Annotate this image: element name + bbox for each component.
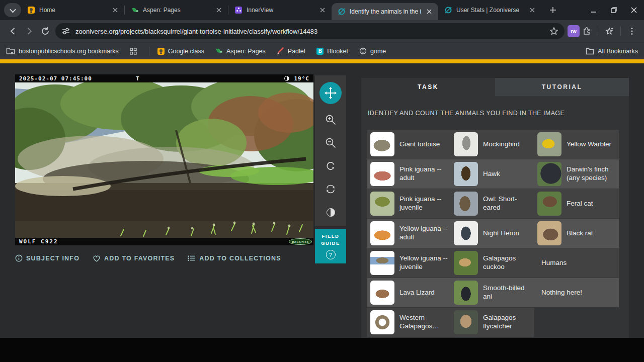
- choice-thumbnail: [537, 192, 561, 216]
- tab-search-button[interactable]: [4, 3, 21, 17]
- tab-task[interactable]: TASK: [361, 78, 495, 96]
- back-icon[interactable]: [5, 23, 21, 39]
- choice-black-rat[interactable]: Black rat: [534, 219, 619, 248]
- forward-icon[interactable]: [21, 23, 37, 39]
- tab-strip: Home Aspen: Pages InnerView Identify the…: [0, 0, 644, 20]
- add-to-collections-label: ADD TO COLLECTIONS: [199, 255, 281, 262]
- bookmark-label: Padlet: [288, 48, 305, 55]
- choice-yellow-iguana-juvenile[interactable]: Yellow iguana -- juvenile: [367, 248, 451, 278]
- choice-thumbnail: [370, 281, 394, 305]
- choice-thumbnail: [454, 221, 478, 245]
- bookmarks-bar: bostonpublicschools.org bookmarks Google…: [0, 42, 644, 59]
- task-panel-tabs: TASK TUTORIAL: [361, 78, 629, 96]
- tab-title: InnerView: [247, 7, 314, 14]
- add-to-favorites-link[interactable]: ADD TO FAVORITES: [93, 255, 175, 262]
- site-settings-icon[interactable]: [61, 27, 70, 36]
- zoom-out-button[interactable]: [323, 135, 338, 150]
- choice-hawk[interactable]: Hawk: [451, 159, 534, 189]
- choice-galapagos-cuckoo[interactable]: Galapagos cuckoo: [451, 248, 534, 278]
- side-panel-star-icon[interactable]: [602, 24, 616, 38]
- choice-feral-cat[interactable]: Feral cat: [534, 189, 619, 219]
- tab-close-icon[interactable]: [528, 6, 536, 14]
- zoom-in-icon: [325, 114, 337, 126]
- choice-thumbnail: [370, 192, 394, 216]
- tab-close-icon[interactable]: [111, 6, 119, 14]
- bookmark-star-icon[interactable]: [549, 27, 558, 36]
- project-theme-bar: [0, 59, 644, 63]
- reload-icon[interactable]: [37, 23, 53, 39]
- bookmark-label: Google class: [168, 48, 204, 55]
- choice-nothing-here[interactable]: Nothing here!: [534, 278, 619, 308]
- subject-info-label: SUBJECT INFO: [26, 255, 79, 262]
- bookmark-aspen-pages[interactable]: Aspen: Pages: [215, 47, 266, 55]
- tab-close-icon[interactable]: [425, 8, 433, 16]
- image-tool-column: [315, 75, 346, 226]
- apps-grid-icon[interactable]: [130, 48, 137, 55]
- restore-icon[interactable]: [610, 6, 618, 14]
- choice-humans[interactable]: Humans: [534, 248, 619, 278]
- choice-lava-lizard[interactable]: Lava Lizard: [367, 278, 451, 308]
- bookmark-gome[interactable]: gome: [359, 47, 386, 55]
- bookmark-blooket[interactable]: B Blooket: [316, 48, 348, 55]
- pan-tool-button[interactable]: [319, 82, 342, 104]
- tab-close-icon[interactable]: [318, 6, 327, 14]
- tab-aspen[interactable]: Aspen: Pages: [125, 0, 228, 20]
- choice-mockingbird[interactable]: Mockingbird: [451, 130, 534, 159]
- choice-pink-iguana-adult[interactable]: Pink iguana -- adult: [367, 159, 451, 189]
- choice-label: Yellow iguana -- juvenile: [399, 254, 449, 272]
- choice-galapagos-flycatcher[interactable]: Galapagos flycatcher: [451, 308, 534, 337]
- choice-label: Smooth-billed ani: [483, 284, 532, 301]
- choice-label: Night Heron: [483, 229, 519, 238]
- url-text[interactable]: zooniverse.org/projects/blacksquirrel/gi…: [75, 28, 544, 35]
- subject-image[interactable]: [15, 82, 313, 238]
- close-window-icon[interactable]: [630, 6, 638, 14]
- choice-label: Humans: [541, 259, 567, 267]
- tab-tutorial[interactable]: TUTORIAL: [495, 78, 629, 96]
- tab-close-icon[interactable]: [215, 6, 223, 14]
- choice-label: Galapagos flycatcher: [483, 314, 532, 331]
- add-to-favorites-label: ADD TO FAVORITES: [104, 255, 175, 262]
- leaf-favicon-icon: [131, 6, 139, 14]
- address-bar[interactable]: zooniverse.org/projects/blacksquirrel/gi…: [55, 23, 565, 39]
- browser-toolbar: zooniverse.org/projects/blacksquirrel/gi…: [0, 20, 644, 42]
- choice-empty-cell: [534, 308, 619, 337]
- chevron-down-icon: [10, 6, 16, 13]
- tab-zooniverse-classify[interactable]: Identify the animals in the i: [332, 3, 438, 20]
- choice-darwins-finch[interactable]: Darwin's finch (any species): [534, 159, 619, 189]
- choice-smooth-billed-ani[interactable]: Smooth-billed ani: [451, 278, 534, 308]
- managed-bookmarks-folder[interactable]: bostonpublicschools.org bookmarks: [6, 47, 119, 55]
- add-to-collections-link[interactable]: ADD TO COLLECTIONS: [188, 255, 281, 262]
- browser-menu-icon[interactable]: [625, 24, 639, 38]
- leaf-icon: [215, 47, 223, 55]
- extensions-puzzle-icon[interactable]: [580, 24, 594, 38]
- choice-label: Lava Lizard: [399, 289, 435, 297]
- reset-view-button[interactable]: [323, 182, 338, 197]
- choice-giant-tortoise[interactable]: Giant tortoise: [367, 130, 451, 159]
- field-guide-button[interactable]: FIELD GUIDE ?: [315, 229, 346, 263]
- choice-western-galapagos-racer[interactable]: Western Galapagos…: [367, 308, 451, 337]
- window-controls: [590, 0, 638, 20]
- invert-colors-button[interactable]: [323, 205, 338, 220]
- tab-innerview[interactable]: InnerView: [228, 0, 332, 20]
- tab-home[interactable]: Home: [21, 0, 124, 20]
- folder-icon: [586, 48, 594, 55]
- new-tab-button[interactable]: [546, 4, 559, 17]
- rotate-button[interactable]: [323, 158, 338, 173]
- choice-owl-short-eared[interactable]: Owl: Short-eared: [451, 189, 534, 219]
- choice-pink-iguana-juvenile[interactable]: Pink iguana -- juvenile: [367, 189, 451, 219]
- choice-label: Giant tortoise: [399, 140, 440, 149]
- minimize-icon[interactable]: [590, 6, 598, 14]
- subject-info-link[interactable]: SUBJECT INFO: [15, 254, 79, 262]
- choice-night-heron[interactable]: Night Heron: [451, 219, 534, 248]
- choice-yellow-warbler[interactable]: Yellow Warbler: [534, 130, 619, 159]
- globe-icon: [359, 47, 367, 55]
- choice-thumbnail: [537, 221, 561, 245]
- choice-yellow-iguana-adult[interactable]: Yellow iguana -- adult: [367, 219, 451, 248]
- tab-user-stats[interactable]: User Stats | Zooniverse: [438, 0, 541, 20]
- bookmark-google-class[interactable]: Google class: [157, 48, 204, 55]
- bookmark-padlet[interactable]: Padlet: [277, 47, 305, 55]
- all-bookmarks-button[interactable]: All Bookmarks: [586, 48, 638, 55]
- zoom-in-button[interactable]: [323, 112, 338, 127]
- trail-camera-photo: [15, 82, 313, 238]
- readwrite-extension-icon[interactable]: rw: [568, 25, 580, 37]
